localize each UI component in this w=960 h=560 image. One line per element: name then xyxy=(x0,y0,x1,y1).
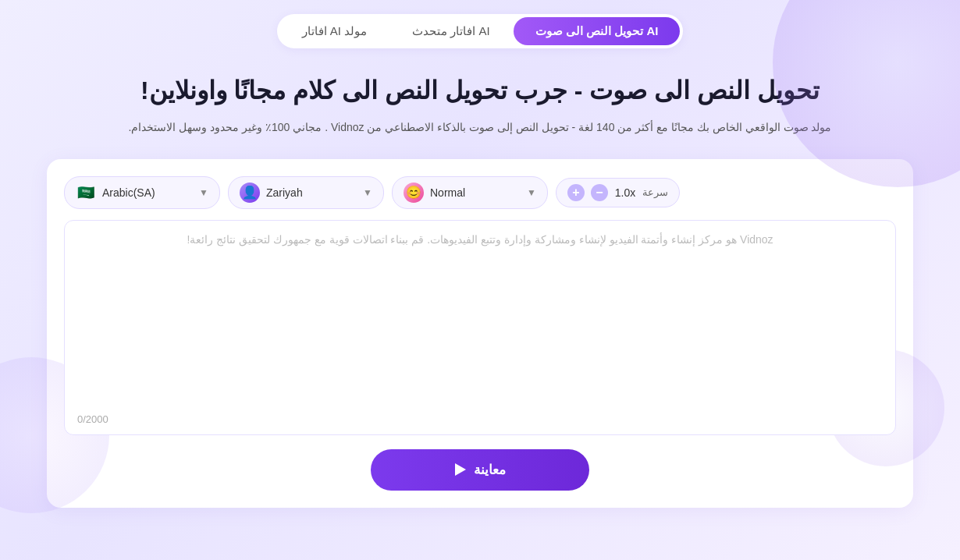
language-dropdown-arrow: ▼ xyxy=(199,187,208,198)
preview-button[interactable]: معاينة xyxy=(371,449,589,491)
hero-title: تحويل النص الى صوت - جرب تحويل النص الى … xyxy=(47,73,913,108)
controls-row: ▼ Arabic(SA) 🇸🇦 ▼ Zariyah 👤 ▼ Normal 😊 س xyxy=(64,176,896,209)
tone-dropdown-inner: Normal 😊 xyxy=(404,183,465,203)
voice-dropdown-arrow: ▼ xyxy=(363,187,372,198)
speed-increase-button[interactable]: + xyxy=(567,184,585,201)
tab-avatar-talking[interactable]: AI افاتار متحدث xyxy=(390,17,512,45)
nav-tabs-container: AI تحويل النص الى صوت AI افاتار متحدث مو… xyxy=(277,14,684,48)
preview-button-label: معاينة xyxy=(474,462,506,478)
speed-value: 1.0x xyxy=(614,186,636,199)
tab-avatar-gen[interactable]: مولد AI افاتار xyxy=(280,17,389,45)
main-card: ▼ Arabic(SA) 🇸🇦 ▼ Zariyah 👤 ▼ Normal 😊 س xyxy=(47,159,913,508)
tone-dropdown[interactable]: ▼ Normal 😊 xyxy=(392,176,548,209)
speed-label: سرعة xyxy=(642,186,668,198)
voice-dropdown[interactable]: ▼ Zariyah 👤 xyxy=(228,176,384,209)
tone-dropdown-arrow: ▼ xyxy=(527,187,536,198)
text-textarea[interactable] xyxy=(65,221,895,431)
voice-label: Zariyah xyxy=(266,186,303,199)
tone-emoji-icon: 😊 xyxy=(404,183,424,203)
language-dropdown[interactable]: ▼ Arabic(SA) 🇸🇦 xyxy=(64,176,220,209)
language-label: Arabic(SA) xyxy=(102,186,155,199)
hero-subtitle: مولد صوت الواقعي الخاص بك مجانًا مع أكثر… xyxy=(47,118,913,137)
tab-tts[interactable]: AI تحويل النص الى صوت xyxy=(514,17,681,45)
top-nav: AI تحويل النص الى صوت AI افاتار متحدث مو… xyxy=(0,0,960,56)
character-counter: 0/2000 xyxy=(77,413,108,425)
preview-button-wrapper: معاينة xyxy=(64,435,896,508)
hero-section: تحويل النص الى صوت - جرب تحويل النص الى … xyxy=(0,56,960,145)
play-icon xyxy=(455,463,466,476)
voice-dropdown-inner: Zariyah 👤 xyxy=(240,183,303,203)
language-flag-icon: 🇸🇦 xyxy=(76,183,96,203)
language-dropdown-inner: Arabic(SA) 🇸🇦 xyxy=(76,183,155,203)
text-input-area: Vidnoz هو مركز إنشاء وأتمتة الفيديو لإنش… xyxy=(64,220,896,435)
speed-decrease-button[interactable]: − xyxy=(591,184,608,201)
speed-control: سرعة 1.0x − + xyxy=(556,178,680,207)
voice-avatar-icon: 👤 xyxy=(240,183,260,203)
tone-label: Normal xyxy=(430,186,465,199)
